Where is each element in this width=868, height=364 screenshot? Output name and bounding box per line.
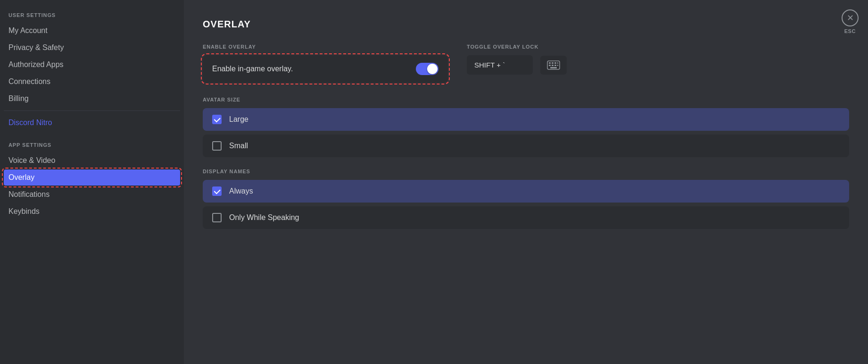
sidebar-item-label: Billing [8, 94, 29, 103]
svg-rect-6 [552, 65, 554, 66]
avatar-large-checkbox [212, 115, 222, 124]
sidebar-item-label: Connections [8, 77, 50, 86]
sidebar-item-label: Authorized Apps [8, 60, 64, 69]
svg-rect-3 [554, 62, 556, 64]
svg-rect-4 [557, 62, 558, 64]
toggle-overlay-lock-label: TOGGLE OVERLAY LOCK [467, 44, 567, 50]
avatar-small-option[interactable]: Small [203, 135, 849, 157]
esc-label: ESC [844, 28, 856, 34]
sidebar-item-overlay[interactable]: Overlay [4, 169, 180, 186]
toggle-overlay-lock-section: TOGGLE OVERLAY LOCK SHIFT + ` [467, 44, 567, 75]
display-always-checkbox [212, 186, 222, 196]
svg-rect-5 [549, 65, 551, 66]
toggle-row-label: Enable in-game overlay. [212, 65, 293, 73]
avatar-size-label: AVATAR SIZE [203, 97, 849, 102]
display-always-option[interactable]: Always [203, 180, 849, 203]
sidebar-divider [4, 110, 180, 111]
svg-rect-9 [550, 67, 557, 68]
main-content: OVERLAY ENABLE OVERLAY Enable in-game ov… [184, 0, 868, 364]
keyboard-icon [547, 60, 560, 70]
sidebar-item-privacy-safety[interactable]: Privacy & Safety [4, 40, 180, 56]
sidebar-item-label: Keybinds [8, 207, 40, 216]
sidebar-item-my-account[interactable]: My Account [4, 23, 180, 39]
sidebar-item-keybinds[interactable]: Keybinds [4, 203, 180, 220]
sidebar-item-voice-video[interactable]: Voice & Video [4, 152, 180, 169]
avatar-large-label: Large [229, 115, 248, 124]
svg-rect-2 [552, 62, 554, 64]
display-speaking-checkbox [212, 213, 222, 222]
sidebar-item-label: Privacy & Safety [8, 43, 64, 52]
svg-rect-7 [554, 65, 556, 66]
enable-overlay-toggle-row[interactable]: Enable in-game overlay. [203, 55, 448, 83]
sidebar-item-discord-nitro[interactable]: Discord Nitro [4, 115, 180, 131]
toggle-knob [427, 64, 438, 74]
user-settings-label: USER SETTINGS [4, 9, 180, 21]
sidebar-item-label: Discord Nitro [8, 119, 52, 127]
overlay-lock-keybind: SHIFT + ` [467, 55, 533, 75]
svg-rect-8 [557, 65, 558, 66]
overlay-top-row: ENABLE OVERLAY Enable in-game overlay. T… [203, 44, 849, 83]
close-button[interactable]: ✕ [842, 9, 859, 26]
svg-rect-1 [549, 62, 551, 64]
sidebar-item-notifications[interactable]: Notifications [4, 186, 180, 203]
overlay-toggle-switch[interactable] [416, 63, 438, 75]
sidebar-item-label: Notifications [8, 190, 50, 199]
sidebar: USER SETTINGS My Account Privacy & Safet… [0, 0, 184, 364]
avatar-small-checkbox [212, 141, 222, 151]
display-names-label: DISPLAY NAMES [203, 169, 849, 174]
app-settings-label: APP SETTINGS [4, 139, 180, 151]
page-title: OVERLAY [203, 19, 849, 30]
sidebar-item-connections[interactable]: Connections [4, 74, 180, 90]
enable-overlay-section: ENABLE OVERLAY Enable in-game overlay. [203, 44, 448, 83]
sidebar-item-label: Overlay [8, 173, 34, 182]
lock-row: SHIFT + ` [467, 55, 567, 75]
sidebar-item-authorized-apps[interactable]: Authorized Apps [4, 57, 180, 73]
display-speaking-option[interactable]: Only While Speaking [203, 206, 849, 229]
display-always-label: Always [229, 187, 253, 195]
enable-overlay-label: ENABLE OVERLAY [203, 44, 448, 50]
avatar-size-section: AVATAR SIZE Large Small [203, 97, 849, 157]
keyboard-icon-button[interactable] [540, 56, 567, 75]
display-names-section: DISPLAY NAMES Always Only While Speaking [203, 169, 849, 229]
sidebar-item-label: Voice & Video [8, 156, 55, 165]
display-speaking-label: Only While Speaking [229, 213, 299, 222]
sidebar-item-label: My Account [8, 26, 48, 35]
avatar-large-option[interactable]: Large [203, 108, 849, 131]
sidebar-item-billing[interactable]: Billing [4, 91, 180, 107]
avatar-small-label: Small [229, 142, 248, 150]
